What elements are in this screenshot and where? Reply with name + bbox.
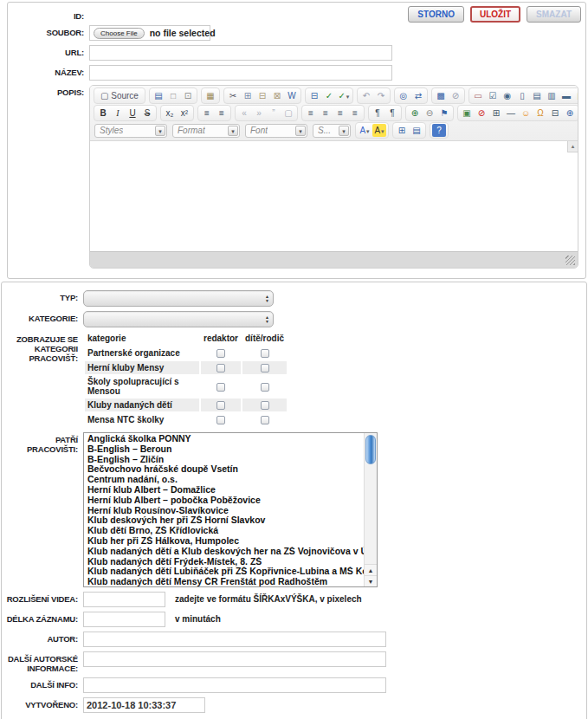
nazev-input[interactable] xyxy=(89,65,392,81)
radio-field-icon[interactable]: ◉ xyxy=(501,89,514,102)
file-input[interactable]: Choose File no file selected xyxy=(89,25,210,41)
background-color-icon[interactable]: A▾ xyxy=(372,124,386,137)
cut-icon[interactable]: ✂ xyxy=(226,89,240,102)
special-char-icon[interactable]: Ω xyxy=(533,107,547,120)
dite-rodic-checkbox[interactable] xyxy=(261,383,269,392)
chevron-down-icon[interactable]: ▾ xyxy=(228,126,238,136)
redaktor-checkbox[interactable] xyxy=(216,364,225,372)
outdent-icon[interactable]: « xyxy=(237,107,251,120)
table-icon[interactable]: ⊞ xyxy=(489,107,503,120)
redaktor-checkbox[interactable] xyxy=(216,416,225,424)
unlink-icon[interactable]: ⊖ xyxy=(423,107,436,120)
iframe-icon[interactable]: ⊕ xyxy=(563,107,577,120)
text-field-icon[interactable]: ▯ xyxy=(515,89,529,102)
horizontal-rule-icon[interactable]: — xyxy=(504,107,518,120)
editor-content-area[interactable]: ▴ xyxy=(90,140,578,251)
form-icon[interactable]: ▭ xyxy=(471,89,485,102)
redaktor-checkbox[interactable] xyxy=(216,401,225,410)
align-center-icon[interactable]: ≡ xyxy=(319,107,333,120)
dite-rodic-checkbox[interactable] xyxy=(261,401,269,410)
scayt-icon[interactable]: ✓▾ xyxy=(337,89,351,102)
source-button[interactable]: ▢ Source xyxy=(96,89,143,102)
delka-input[interactable] xyxy=(83,612,165,627)
redaktor-checkbox[interactable] xyxy=(216,349,225,358)
pracoviste-option[interactable]: Bečvochovo hráčské doupě Vsetín xyxy=(84,464,364,475)
pracoviste-option[interactable]: Herní klub Albert – pobočka Poběžovice xyxy=(84,496,364,506)
bold-icon[interactable]: B xyxy=(96,107,110,120)
pracoviste-option[interactable]: Klub nadaných dětí Mensy ČR Frenštát pod… xyxy=(84,577,364,586)
choose-file-button[interactable]: Choose File xyxy=(94,28,145,39)
flash-icon[interactable]: ⊘ xyxy=(475,107,488,120)
subscript-icon[interactable]: x₂ xyxy=(163,107,177,120)
resize-handle-icon[interactable] xyxy=(565,256,575,265)
align-right-icon[interactable]: ≡ xyxy=(333,107,347,120)
bulleted-list-icon[interactable]: ≡ xyxy=(215,107,229,120)
styles-select[interactable]: Styles▾ xyxy=(94,124,167,138)
autor-input[interactable] xyxy=(83,632,386,647)
maximize-icon[interactable]: ⊞ xyxy=(395,124,409,137)
rozliseni-input[interactable] xyxy=(83,592,165,607)
show-blocks-icon[interactable]: ▤ xyxy=(410,124,423,137)
text-color-icon[interactable]: A▾ xyxy=(358,124,372,137)
blockquote-icon[interactable]: ” xyxy=(267,107,281,120)
editor-scroll-up-icon[interactable]: ▴ xyxy=(567,141,578,152)
pracoviste-option[interactable]: Klub dětí Brno, ZŠ Křídlovická xyxy=(84,526,364,536)
pracoviste-listbox[interactable]: Anglická školka PONNYB-English – BerounB… xyxy=(83,432,378,587)
print-icon[interactable]: ⊟ xyxy=(307,89,321,102)
dite-rodic-checkbox[interactable] xyxy=(261,364,269,372)
pracoviste-option[interactable]: Anglická školka PONNY xyxy=(84,434,364,444)
redo-icon[interactable]: ↷ xyxy=(374,89,388,102)
image-button-field-icon[interactable]: ▣ xyxy=(574,89,578,102)
align-justify-icon[interactable]: ≡ xyxy=(348,107,362,120)
pracoviste-option[interactable]: Herní klub Rousínov-Slavíkovice xyxy=(84,506,364,516)
preview-icon[interactable]: ⊡ xyxy=(181,89,195,102)
spell-check-icon[interactable]: ✓ xyxy=(322,89,336,102)
about-icon[interactable]: ? xyxy=(432,124,446,137)
link-icon[interactable]: ⊕ xyxy=(408,107,422,120)
format-select[interactable]: Format▾ xyxy=(172,124,240,138)
indent-icon[interactable]: » xyxy=(252,107,266,120)
templates-icon[interactable]: ▦ xyxy=(204,89,217,102)
dalsi-autorske-input[interactable] xyxy=(83,651,386,667)
undo-icon[interactable]: ↶ xyxy=(359,89,373,102)
chevron-down-icon[interactable]: ▾ xyxy=(155,126,165,136)
url-input[interactable] xyxy=(89,45,392,61)
superscript-icon[interactable]: x² xyxy=(178,107,191,120)
textarea-field-icon[interactable]: ▤ xyxy=(530,89,544,102)
pracoviste-option[interactable]: Centrum nadání, o.s. xyxy=(84,475,364,485)
storno-button-top[interactable]: STORNO xyxy=(408,6,464,23)
numbered-list-icon[interactable]: ≡ xyxy=(200,107,214,120)
replace-icon[interactable]: ⇄ xyxy=(411,89,425,102)
smiley-icon[interactable]: ☺ xyxy=(519,107,533,120)
pracoviste-option[interactable]: Klub nadaných dětí Frýdek-Místek, 8. ZŠ xyxy=(84,557,364,567)
button-field-icon[interactable]: ▬ xyxy=(559,89,573,102)
select-all-icon[interactable]: ▩ xyxy=(434,89,448,102)
page-break-icon[interactable]: ⊟ xyxy=(548,107,562,120)
pracoviste-option[interactable]: Klub deskových her při ZŠ Horní Slavkov xyxy=(84,515,364,526)
chevron-down-icon[interactable]: ▾ xyxy=(339,126,349,136)
div-container-icon[interactable]: ▢ xyxy=(281,107,295,120)
paste-icon[interactable]: ⊟ xyxy=(255,89,269,102)
image-icon[interactable]: ▣ xyxy=(460,107,474,120)
bidi-rtl-icon[interactable]: ¶ xyxy=(385,107,399,120)
size-select[interactable]: S...▾ xyxy=(313,124,351,138)
find-icon[interactable]: ◎ xyxy=(397,89,410,102)
dite-rodic-checkbox[interactable] xyxy=(261,349,269,358)
new-page-icon[interactable]: □ xyxy=(166,89,180,102)
scroll-down-arrow-icon[interactable]: ▼ xyxy=(365,575,377,586)
copy-icon[interactable]: ⊞ xyxy=(241,89,255,102)
pracoviste-option[interactable]: Klub nadaných dětí a Klub deskových her … xyxy=(84,547,364,557)
bidi-ltr-icon[interactable]: ¶ xyxy=(371,107,384,120)
paste-from-word-icon[interactable]: W xyxy=(285,89,299,102)
align-left-icon[interactable]: ≡ xyxy=(304,107,318,120)
kategorie-select[interactable]: ▲ ▼ xyxy=(83,311,274,327)
italic-icon[interactable]: I xyxy=(111,107,125,120)
strikethrough-icon[interactable]: S xyxy=(140,107,154,120)
checkbox-field-icon[interactable]: ☑ xyxy=(486,89,500,102)
pracoviste-option[interactable]: B-English – Zličín xyxy=(84,455,364,465)
remove-format-icon[interactable]: ⊘ xyxy=(449,89,462,102)
scrollbar-thumb[interactable] xyxy=(365,435,376,464)
ulozit-button-top[interactable]: ULOŽIT xyxy=(470,6,520,23)
pracoviste-option[interactable]: Herní klub Albert – Domažlice xyxy=(84,485,364,496)
pracoviste-option[interactable]: Klub her při ZŠ Hálkova, Humpolec xyxy=(84,536,364,547)
